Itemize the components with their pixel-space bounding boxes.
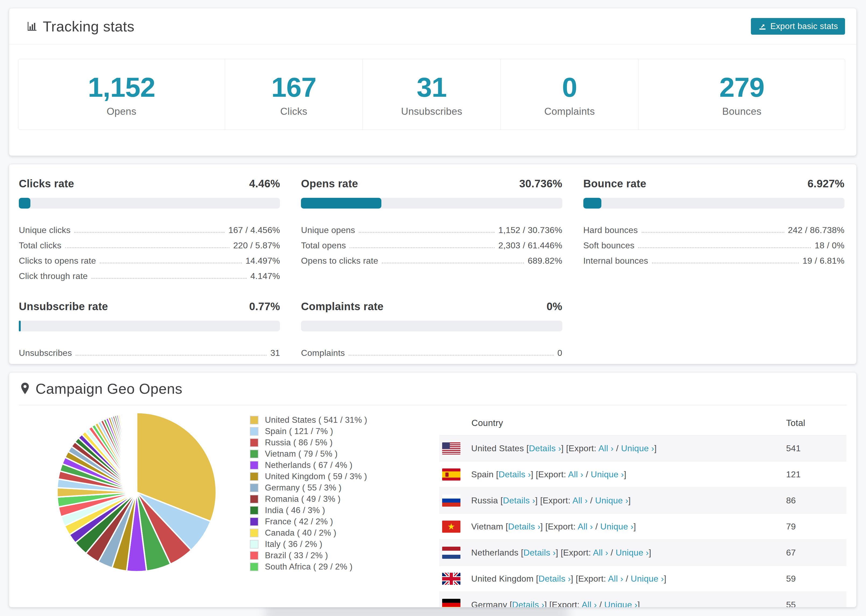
rate-stat-value: 689.82% [527, 256, 562, 266]
export-all-link[interactable]: All › [598, 443, 614, 453]
tracking-stats-card: Tracking stats Export basic stats 1,152O… [9, 8, 857, 156]
rate-stat-row: Soft bounces18 / 0% [583, 235, 844, 250]
geo-table-row: Spain [Details ›] [Export: All › / Uniqu… [439, 461, 846, 487]
rate-stat-label: Complaints [301, 348, 345, 358]
export-icon [758, 22, 767, 31]
rate-block-complaints: Complaints rate0%Complaints0 [301, 300, 562, 358]
rate-block-unsubscribe: Unsubscribe rate0.77%Unsubscribes31 [19, 300, 280, 358]
country-cell: Russia [Details ›] [Export: All › / Uniq… [471, 496, 631, 506]
export-basic-stats-button[interactable]: Export basic stats [751, 18, 845, 35]
rate-block-opens: Opens rate30.736%Unique opens1,152 / 30.… [301, 178, 562, 281]
summary-stat-unsubscribes: 31Unsubscribes [363, 59, 501, 130]
legend-item: Brazil ( 33 / 2% ) [250, 550, 367, 561]
progress-fill [19, 321, 21, 332]
export-unique-link[interactable]: Unique › [600, 522, 633, 531]
clicks-progress-bar [19, 198, 280, 209]
legend-swatch [250, 551, 258, 560]
rate-stat-label: Internal bounces [583, 256, 648, 266]
clicks-rate-title: Clicks rate [19, 178, 74, 190]
rate-stat-row: Click through rate4.147% [19, 266, 280, 281]
dotted-leader [359, 232, 494, 233]
rate-block-clicks: Clicks rate4.46%Unique clicks167 / 4.456… [19, 178, 280, 281]
rate-stat-value: 4.147% [250, 271, 280, 281]
dotted-leader [348, 355, 553, 355]
gb-flag-icon [442, 573, 460, 585]
rate-stat-value: 19 / 6.81% [803, 256, 844, 266]
total-value: 86 [786, 496, 796, 506]
de-flag-icon [442, 599, 460, 608]
dotted-leader [76, 355, 266, 355]
country-cell: Spain [Details ›] [Export: All › / Uniqu… [471, 470, 627, 479]
clicks-rate-value: 4.46% [249, 178, 280, 190]
progress-fill [301, 198, 381, 209]
legend-swatch [250, 495, 258, 503]
stat-label: Unsubscribes [401, 106, 462, 117]
geo-table-row: United States [Details ›] [Export: All ›… [439, 435, 846, 461]
legend-swatch [250, 529, 258, 537]
legend-swatch [250, 416, 258, 424]
stat-value: 167 [271, 72, 316, 103]
page-title: Tracking stats [43, 18, 134, 35]
country-cell: Germany [Details ›] [Export: All › / Uni… [471, 600, 640, 608]
dotted-leader [638, 247, 811, 248]
rate-stat-value: 2,303 / 61.446% [498, 240, 562, 250]
rate-stat-label: Unique clicks [19, 225, 71, 235]
legend-label: Canada ( 40 / 2% ) [265, 528, 337, 538]
details-link[interactable]: Details › [512, 600, 544, 608]
pie-legend: United States ( 541 / 31% )Spain ( 121 /… [250, 415, 367, 572]
dotted-leader [74, 232, 225, 233]
details-link[interactable]: Details › [508, 522, 540, 531]
unsubscribe-progress-bar [19, 321, 280, 332]
export-unique-link[interactable]: Unique › [590, 470, 624, 479]
divider [19, 405, 847, 405]
vn-flag-icon [442, 520, 460, 533]
geo-table-row: United Kingdom [Details ›] [Export: All … [439, 566, 846, 592]
total-value: 59 [786, 574, 796, 584]
details-link[interactable]: Details › [529, 443, 561, 453]
export-unique-link[interactable]: Unique › [621, 443, 654, 453]
export-all-link[interactable]: All › [578, 522, 593, 531]
pie-slice-other[interactable] [136, 413, 137, 492]
rate-stat-label: Clicks to opens rate [19, 256, 96, 266]
rate-head: Opens rate30.736% [301, 178, 562, 190]
rate-stat-row: Total clicks220 / 5.87% [19, 235, 280, 250]
export-unique-link[interactable]: Unique › [631, 574, 664, 583]
export-all-link[interactable]: All › [608, 574, 624, 583]
legend-label: Brazil ( 33 / 2% ) [265, 551, 328, 560]
rate-head: Clicks rate4.46% [19, 178, 280, 190]
legend-label: South Africa ( 29 / 2% ) [265, 562, 353, 572]
details-link[interactable]: Details › [503, 496, 535, 505]
export-all-link[interactable]: All › [568, 470, 583, 479]
rate-stat-label: Hard bounces [583, 225, 638, 235]
rate-block-bounce: Bounce rate6.927%Hard bounces242 / 86.73… [583, 178, 844, 281]
export-unique-link[interactable]: Unique › [595, 496, 628, 505]
bounce-progress-bar [583, 198, 844, 209]
rate-stat-row: Internal bounces19 / 6.81% [583, 250, 844, 266]
rate-stat-row: Total opens2,303 / 61.446% [301, 235, 562, 250]
legend-label: Romania ( 49 / 3% ) [265, 494, 340, 504]
details-link[interactable]: Details › [523, 548, 556, 558]
legend-label: India ( 46 / 3% ) [265, 506, 325, 515]
rate-stat-row: Complaints0 [301, 343, 562, 358]
details-link[interactable]: Details › [538, 574, 571, 583]
rate-stat-value: 167 / 4.456% [228, 225, 280, 235]
rate-stat-value: 18 / 0% [815, 240, 844, 250]
total-value: 121 [786, 470, 801, 479]
rate-stat-row: Clicks to opens rate14.497% [19, 250, 280, 266]
export-all-link[interactable]: All › [582, 600, 597, 608]
details-link[interactable]: Details › [499, 470, 531, 479]
legend-swatch [250, 472, 258, 481]
legend-label: Italy ( 36 / 2% ) [265, 539, 323, 549]
rate-stat-row: Unsubscribes31 [19, 343, 280, 358]
export-unique-link[interactable]: Unique › [604, 600, 638, 608]
legend-label: Vietnam ( 79 / 5% ) [265, 449, 337, 459]
geo-table-row: Germany [Details ›] [Export: All › / Uni… [439, 592, 846, 607]
legend-item: Netherlands ( 67 / 4% ) [250, 460, 367, 471]
export-all-link[interactable]: All › [593, 548, 608, 558]
geo-table-row: Russia [Details ›] [Export: All › / Uniq… [439, 487, 846, 513]
rate-stat-label: Soft bounces [583, 240, 635, 250]
legend-label: Spain ( 121 / 7% ) [265, 426, 333, 436]
export-unique-link[interactable]: Unique › [616, 548, 649, 558]
legend-item: Romania ( 49 / 3% ) [250, 493, 367, 505]
export-all-link[interactable]: All › [573, 496, 588, 505]
